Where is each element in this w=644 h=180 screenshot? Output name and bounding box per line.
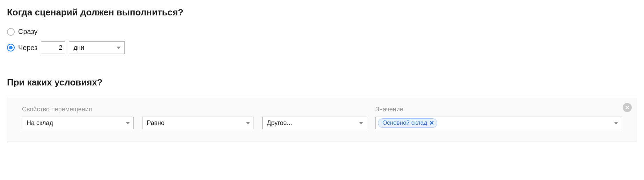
- caret-down-icon: [117, 47, 121, 49]
- close-icon: [625, 105, 629, 110]
- operator-select[interactable]: Равно: [142, 117, 254, 129]
- property-select-value: На склад: [27, 119, 53, 127]
- conditions-heading: При каких условиях?: [7, 77, 637, 88]
- radio-after-label: Через: [18, 44, 37, 52]
- property-label: Свойство перемещения: [22, 106, 134, 113]
- value-label: Значение: [375, 106, 622, 113]
- caret-down-icon: [614, 122, 618, 124]
- operator-column: Равно: [142, 106, 254, 129]
- extra-column: Другое...: [262, 106, 367, 129]
- value-select[interactable]: Основной склад ✕: [375, 117, 622, 129]
- delay-unit-select[interactable]: дни: [69, 41, 125, 54]
- when-heading: Когда сценарий должен выполниться?: [7, 7, 637, 18]
- option-immediately-row[interactable]: Сразу: [7, 28, 637, 36]
- radio-after[interactable]: [7, 44, 15, 51]
- caret-down-icon: [246, 122, 250, 124]
- value-tag-remove[interactable]: ✕: [429, 119, 434, 127]
- value-tag-text: Основной склад: [382, 119, 427, 126]
- property-column: Свойство перемещения На склад: [22, 106, 134, 129]
- caret-down-icon: [359, 122, 363, 124]
- option-after-row[interactable]: Через дни: [7, 41, 637, 54]
- property-select[interactable]: На склад: [22, 117, 134, 129]
- extra-select-value: Другое...: [267, 119, 292, 127]
- radio-immediately-label: Сразу: [18, 28, 37, 36]
- operator-select-value: Равно: [147, 119, 164, 127]
- extra-select[interactable]: Другое...: [262, 117, 367, 129]
- conditions-panel: Свойство перемещения На склад Равно Друг…: [7, 98, 637, 141]
- value-column: Значение Основной склад ✕: [375, 106, 622, 129]
- value-tag: Основной склад ✕: [378, 118, 437, 128]
- remove-condition-button[interactable]: [623, 103, 632, 112]
- delay-value-input[interactable]: [41, 41, 65, 54]
- caret-down-icon: [126, 122, 130, 124]
- radio-immediately[interactable]: [7, 28, 15, 36]
- delay-unit-value: дни: [73, 44, 84, 51]
